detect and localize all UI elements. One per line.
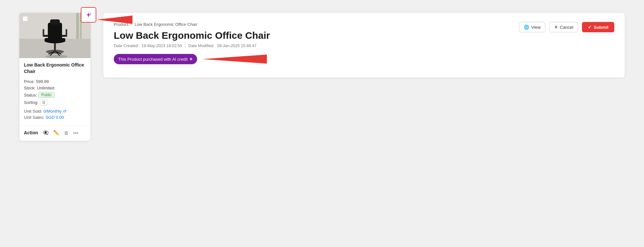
check-icon: ✓ <box>588 25 592 30</box>
status-label: Status: <box>24 93 37 98</box>
more-icon[interactable]: ••• <box>73 130 79 136</box>
price-value: 599.99 <box>36 79 49 84</box>
svg-rect-17 <box>50 19 60 25</box>
date-modified-value: 28-Jan-2025 15:48:47 <box>217 44 256 48</box>
unit-sold-label: Unit Sold: <box>24 109 42 114</box>
arrow-to-ai-button <box>97 15 132 24</box>
view-button[interactable]: 🌐 View <box>519 22 545 32</box>
ai-credit-badge[interactable]: This Product purchased with AI credit + <box>114 54 197 64</box>
swap-icon: ⇄ <box>63 109 67 114</box>
cancel-button[interactable]: ✕ Cancel <box>549 22 578 32</box>
status-row: Status: Public <box>24 92 86 98</box>
sorting-row: Sorting: 0 <box>24 99 86 106</box>
unit-section: Unit Sold: 0/Monthly ⇄ Unit Sales: SGD 0… <box>24 109 86 120</box>
stock-row: Stock: Unlimited <box>24 86 86 90</box>
action-label: Action <box>24 130 38 135</box>
ai-credit-row: This Product purchased with AI credit + <box>114 54 614 64</box>
product-card: Low Back Ergonomic Office Chair Price: 5… <box>19 13 90 141</box>
ai-button[interactable] <box>81 7 96 23</box>
unit-sales-row: Unit Sales: SGD 0.00 <box>24 115 86 120</box>
detail-dates: Date Created: 19-May-2023 18:02:55 | Dat… <box>114 44 614 48</box>
globe-icon: 🌐 <box>524 25 529 30</box>
product-select-checkbox[interactable] <box>23 16 28 21</box>
stock-value: Unlimited <box>37 86 54 90</box>
action-row: Action 👁‍🗨 ✏️ 🗑 ••• <box>19 126 90 136</box>
svg-rect-12 <box>48 23 62 39</box>
arrow-to-badge <box>202 55 267 64</box>
svg-rect-16 <box>66 29 67 36</box>
unit-sales-value: SGD 0.00 <box>46 115 64 120</box>
date-separator: | <box>185 44 186 48</box>
plus-icon: + <box>190 56 193 62</box>
unit-sold-row: Unit Sold: 0/Monthly ⇄ <box>24 109 86 114</box>
sorting-label: Sorting: <box>24 100 38 105</box>
hide-icon[interactable]: 👁‍🗨 <box>43 130 49 136</box>
price-label: Price: <box>24 79 35 84</box>
x-icon: ✕ <box>554 25 558 30</box>
submit-button[interactable]: ✓ Submit <box>582 22 614 32</box>
price-row: Price: 599.99 <box>24 79 86 84</box>
status-badge: Public <box>38 92 55 98</box>
product-title: Low Back Ergonomic Office Chair <box>24 62 86 75</box>
product-image <box>19 13 90 58</box>
date-created-label: Date Created: <box>114 44 139 48</box>
sparkle-icon <box>84 11 93 19</box>
card-top <box>19 13 90 58</box>
svg-rect-15 <box>43 29 44 36</box>
date-created-value: 19-May-2023 18:02:55 <box>142 44 182 48</box>
edit-icon[interactable]: ✏️ <box>53 130 59 136</box>
date-modified-label: Date Modified: <box>188 44 215 48</box>
svg-point-18 <box>45 55 68 58</box>
delete-icon[interactable]: 🗑 <box>64 130 69 136</box>
ai-badge-text: This Product purchased with AI credit <box>118 57 188 62</box>
sorting-value: 0 <box>40 99 48 106</box>
stock-label: Stock: <box>24 86 36 90</box>
breadcrumb-current: Low Back Ergonomic Office Chair <box>134 22 197 27</box>
unit-sales-label: Unit Sales: <box>24 115 44 120</box>
unit-sold-value: 0/Monthly <box>43 109 61 114</box>
detail-action-buttons: 🌐 View ✕ Cancel ✓ Submit <box>519 22 614 32</box>
card-body: Low Back Ergonomic Office Chair Price: 5… <box>19 58 90 122</box>
detail-panel: 🌐 View ✕ Cancel ✓ Submit Product > Low B… <box>103 13 625 77</box>
red-arrow-shape <box>202 55 267 64</box>
